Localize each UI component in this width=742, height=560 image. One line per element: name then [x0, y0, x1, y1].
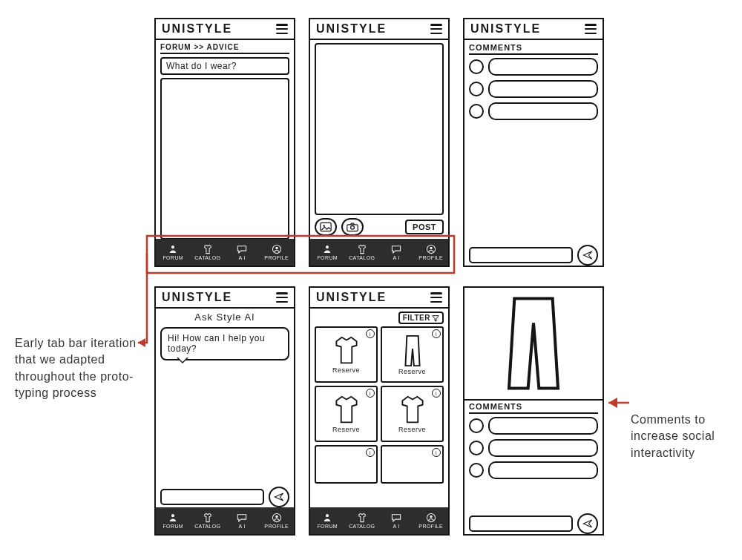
tab-forum[interactable]: FORUM — [310, 239, 345, 266]
app-header: UNISTYLE — [310, 19, 448, 40]
filter-icon — [432, 314, 439, 322]
tab-forum[interactable]: FORUM — [156, 239, 191, 266]
svg-point-9 — [275, 515, 278, 518]
comments-label: COMMENTS — [469, 43, 598, 55]
tab-catalog[interactable]: CATALOG — [191, 239, 226, 266]
comment-input[interactable] — [469, 515, 573, 532]
tab-profile[interactable]: PROFILE — [414, 507, 449, 534]
chat-input[interactable] — [160, 489, 264, 505]
tab-bar: FORUM CATALOG A I PROFILE — [156, 239, 294, 266]
catalog-item[interactable]: i Reserve — [381, 386, 444, 442]
forum-content-area — [160, 78, 289, 239]
tab-catalog[interactable]: CATALOG — [345, 507, 380, 534]
comment-input-row — [464, 245, 603, 266]
camera-button[interactable] — [341, 218, 364, 236]
hamburger-icon[interactable] — [276, 292, 288, 303]
comment-row — [469, 58, 598, 76]
forum-question-text: What do I wear? — [166, 61, 237, 71]
reserve-label: Reserve — [332, 366, 360, 374]
avatar-icon — [469, 418, 484, 433]
tab-catalog[interactable]: CATALOG — [191, 507, 226, 534]
comments-label: COMMENTS — [469, 402, 598, 414]
info-icon[interactable]: i — [432, 389, 441, 398]
svg-marker-14 — [608, 398, 617, 408]
info-icon[interactable]: i — [432, 448, 441, 457]
svg-point-11 — [430, 515, 433, 518]
tab-ai[interactable]: A I — [225, 239, 260, 266]
wireframe-ai-chat: UNISTYLE Ask Style AI Hi! How can I help… — [154, 286, 295, 536]
comment-input[interactable] — [469, 247, 573, 263]
comment-bubble — [488, 417, 598, 435]
app-title: UNISTYLE — [316, 22, 387, 36]
shirt-icon — [329, 336, 364, 366]
hamburger-icon[interactable] — [430, 24, 442, 34]
info-icon[interactable]: i — [366, 389, 375, 398]
catalog-item[interactable]: i Reserve — [315, 386, 378, 442]
catalog-item[interactable]: i Reserve — [315, 326, 378, 383]
send-button[interactable] — [577, 245, 598, 266]
catalog-item[interactable]: i — [381, 445, 444, 484]
svg-point-1 — [275, 247, 278, 250]
send-button[interactable] — [269, 487, 289, 507]
forum-question: What do I wear? — [160, 57, 289, 75]
tab-profile[interactable]: PROFILE — [260, 507, 295, 534]
profile-icon — [270, 244, 283, 254]
catalog-item[interactable]: i — [315, 445, 378, 484]
comment-bubble — [488, 80, 598, 98]
filter-button[interactable]: FILTER — [398, 312, 444, 324]
tab-forum[interactable]: FORUM — [156, 507, 191, 534]
wireframe-item-detail: COMMENTS — [463, 286, 604, 536]
send-button[interactable] — [577, 513, 598, 534]
compose-canvas[interactable] — [315, 43, 444, 215]
image-icon — [320, 222, 332, 232]
app-title: UNISTYLE — [162, 22, 232, 36]
comment-bubble — [488, 58, 598, 76]
send-icon — [582, 250, 593, 260]
hamburger-icon[interactable] — [276, 24, 288, 34]
hamburger-icon[interactable] — [430, 292, 442, 303]
comment-bubble — [488, 461, 598, 479]
app-title: UNISTYLE — [316, 291, 387, 304]
app-header: UNISTYLE — [156, 19, 294, 40]
ai-subtitle: Ask Style AI — [160, 312, 289, 323]
catalog-item[interactable]: i Reserve — [381, 326, 444, 383]
post-button[interactable]: POST — [405, 220, 444, 234]
ai-speech-text: Hi! How can I help you today? — [168, 333, 265, 354]
avatar-icon — [469, 59, 484, 74]
chat-icon — [235, 244, 249, 254]
tab-catalog[interactable]: CATALOG — [345, 239, 380, 266]
tab-profile[interactable]: PROFILE — [260, 239, 295, 266]
shirt-icon — [329, 395, 364, 425]
hamburger-icon[interactable] — [585, 24, 597, 34]
tab-ai[interactable]: A I — [379, 507, 414, 534]
app-title: UNISTYLE — [162, 291, 232, 304]
info-icon[interactable]: i — [366, 448, 375, 457]
wireframe-comments: UNISTYLE COMMENTS — [463, 18, 604, 267]
info-icon[interactable]: i — [366, 329, 375, 338]
svg-point-7 — [430, 247, 433, 250]
send-icon — [582, 518, 593, 529]
info-icon[interactable]: i — [432, 329, 441, 338]
comment-row — [469, 461, 598, 479]
send-icon — [274, 492, 284, 502]
comment-bubble — [488, 439, 598, 457]
tab-profile[interactable]: PROFILE — [414, 239, 449, 266]
breadcrumb: FORUM >> ADVICE — [160, 43, 289, 54]
avatar-icon — [469, 463, 484, 478]
app-header: UNISTYLE — [156, 288, 294, 309]
wireframe-post-compose: UNISTYLE POST FORUM CATALOG A I PROFILE — [309, 18, 450, 267]
app-header: UNISTYLE — [464, 19, 603, 40]
wireframe-catalog: UNISTYLE FILTER i Reserve i Reserve i — [309, 286, 450, 536]
reserve-label: Reserve — [398, 368, 426, 375]
reserve-label: Reserve — [332, 426, 360, 433]
tab-ai[interactable]: A I — [379, 239, 414, 266]
tab-forum[interactable]: FORUM — [310, 507, 345, 534]
avatar-icon — [469, 104, 484, 119]
reserve-label: Reserve — [398, 426, 426, 433]
annotation-right: Comments to increase social interactivit… — [631, 412, 735, 461]
gallery-button[interactable] — [315, 218, 337, 236]
tab-bar: FORUM CATALOG A I PROFILE — [156, 507, 294, 534]
tab-ai[interactable]: A I — [225, 507, 260, 534]
comment-row — [469, 102, 598, 120]
comment-row — [469, 80, 598, 98]
